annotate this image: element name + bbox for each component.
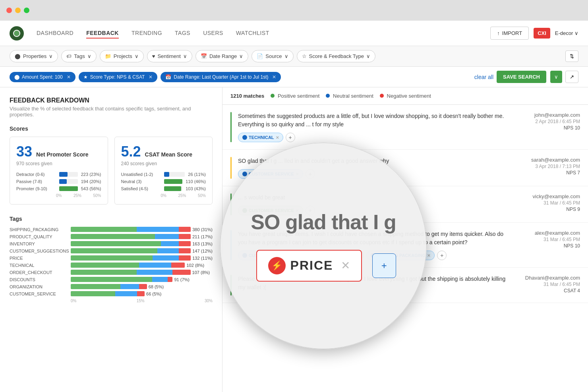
nps-promoter-label: Promoter (9-10) [16,186,56,191]
add-tag-btn[interactable]: + [286,133,295,142]
logo[interactable] [10,26,24,41]
close-button[interactable] [6,8,12,13]
feedback-tag[interactable]: CUSTOMER SERVICE ✕ [238,206,303,215]
csat-neutral-value: 110 (46%) [186,179,206,184]
nav-item-users[interactable]: USERS [203,28,223,39]
remove-tag-icon[interactable]: ✕ [296,209,299,213]
add-tag-btn[interactable]: + [306,206,315,215]
save-search-button[interactable]: SAVE SEARCH [497,71,546,83]
minimize-button[interactable] [15,8,21,13]
nav-right: ↑ IMPORT CXI E-decor ∨ [490,27,578,40]
tag-name: PRODUCT_QUALITY [10,234,68,239]
nav-item-feedback[interactable]: FEEDBACK [86,28,119,39]
csat-card: 5.2 CSAT Mean Score 240 scores given Uns… [114,137,213,205]
remove-tag-icon[interactable]: ✕ [427,253,430,258]
tag-bar-label: 147 (12%) [192,249,213,253]
sort-button[interactable]: ⇅ [565,50,578,62]
remove-amount-filter[interactable]: ✕ [67,74,71,80]
tag-bar-label: 91 (7%) [174,277,190,282]
remove-tag-icon[interactable]: ✕ [296,172,299,176]
feedback-tag[interactable]: TECHNICAL ✕ [238,133,283,142]
remove-score-filter[interactable]: ✕ [149,74,153,80]
csat-unsatisfied-bar-bg [164,172,185,177]
nps-passive-row: Passive (7-8) 194 (20%) [16,179,101,184]
tag-bar [71,263,185,268]
cxi-badge[interactable]: CXI [534,28,550,39]
nav-bar: DASHBOARD FEEDBACK TRENDING TAGS USERS W… [0,21,588,46]
filter-tags[interactable]: 🏷 Tags ∨ [61,50,96,62]
tag-row-customer_suggestions: CUSTOMER_SUGGESTIONS 147 (12%) [10,248,213,253]
filter-sentiment[interactable]: ♥ Sentiment ∨ [147,50,192,62]
positive-dot [271,94,275,98]
maximize-button[interactable] [24,8,29,13]
filter-chip-amount[interactable]: ⬤ Amount Spent: 100 ✕ [10,72,75,82]
app: DASHBOARD FEEDBACK TRENDING TAGS USERS W… [0,21,588,392]
feedback-list: Sometimes the suggested products are a l… [222,105,588,392]
tag-chip-icon [242,135,247,140]
nps-promoter-value: 543 (56%) [81,186,101,191]
feedback-email: alex@example.com [516,230,580,236]
feedback-item: SO glad that I g ... lled in and couldn'… [222,150,588,186]
feedback-tag[interactable]: SHIPPING PACKAGING ✕ [366,251,435,260]
save-search-dropdown[interactable]: ∨ [550,71,562,83]
filter-source[interactable]: 📄 Source ∨ [251,50,293,62]
filter-score-feedback-type[interactable]: ☆ Score & Feedback Type ∨ [297,50,376,62]
remove-tag-icon[interactable]: ✕ [356,253,360,258]
add-tag-btn[interactable]: + [437,251,447,260]
filter-chip-date-range[interactable]: 📅 Date Range: Last Quarter (Apr 1st to J… [161,72,281,82]
feedback-tag[interactable]: CUSTOMER SERVICE ✕ [238,169,303,179]
remove-tag-icon[interactable]: ✕ [276,135,279,140]
nps-detractor-value: 223 (23%) [81,172,101,177]
tag-chip-icon [242,208,247,213]
filter-properties[interactable]: ⬤ Properties ∨ [10,50,58,62]
nps-axis: 0%25%50% [16,193,101,198]
csat-satisfied-label: Satisfied (4-5) [121,186,161,191]
tag-bar-label: 380 (31%) [192,227,213,232]
clear-all-link[interactable]: clear all [474,74,493,80]
tag-bar [71,248,191,253]
nps-detractor-bar [59,172,68,177]
import-button[interactable]: ↑ IMPORT [490,27,529,40]
feedback-text: You have great unique items. I wish I co… [238,230,510,247]
tag-chip-label: TECHNICAL [249,135,274,140]
add-tag-btn[interactable]: + [306,169,315,179]
feedback-date: 31 Mar / 6:45 PM [516,200,580,206]
tag-bar [71,255,191,261]
tag-name: ORDER_CHECKOUT [10,270,68,275]
feedback-email: vicky@example.com [516,193,580,199]
edecor-dropdown[interactable]: E-decor ∨ [555,30,578,36]
csat-label: CSAT Mean Score [145,151,193,158]
tag-row-shipping_packaging: SHIPPING_PACKAGING 380 (31%) [10,227,213,232]
feedback-body: ... s would be great CUSTOMER SERVICE ✕ … [238,193,510,215]
tag-row-organization: ORGANIZATION 68 (5%) [10,284,213,289]
tags-axis: 0%15%30% [10,299,213,303]
feedback-text: SO glad that I g ... lled in and couldn'… [238,157,510,165]
nps-promoter-bar-bg [59,186,78,191]
feedback-text: Sometimes the suggested products are a l… [238,112,510,129]
nav-item-watchlist[interactable]: WATCHLIST [236,28,269,39]
filter-daterange[interactable]: 📅 Date Range ∨ [195,50,248,62]
feedback-tag[interactable]: CUSTOMER SUGGESTIONS ✕ [238,251,316,260]
csat-unsatisfied-label: Unsatisfied (1-2) [121,172,161,177]
tag-bar-label: 163 (13%) [192,241,213,246]
nav-item-dashboard[interactable]: DASHBOARD [37,28,74,39]
neutral-dot [326,94,330,98]
filter-projects[interactable]: 📁 Projects ∨ [100,50,144,62]
csat-satisfied-row: Satisfied (4-5) 103 (43%) [121,186,206,191]
remove-date-filter[interactable]: ✕ [272,74,276,80]
share-button[interactable]: ↗ [565,71,578,83]
tag-bar [71,284,147,289]
tag-chip-label: DISCOUNTS [329,253,355,258]
nav-item-tags[interactable]: TAGS [175,28,190,39]
nav-item-trending[interactable]: TRENDING [132,28,162,39]
csat-unsatisfied-value: 26 (11%) [188,172,206,177]
tag-name: DISCOUNTS [10,277,68,282]
filter-chip-score-type[interactable]: ★ Score Type: NPS & CSAT ✕ [79,72,158,82]
remove-tag-icon[interactable]: ✕ [308,253,311,258]
positive-sentiment-indicator: Positive sentiment [271,93,319,99]
tag-bar [71,291,145,296]
feedback-tag[interactable]: DISCOUNTS ✕ [318,251,364,260]
sort-icon: ⇅ [570,53,574,59]
calendar-small-icon: 📅 [165,74,171,80]
feedback-tags: CUSTOMER SERVICE ✕ + [238,206,510,215]
